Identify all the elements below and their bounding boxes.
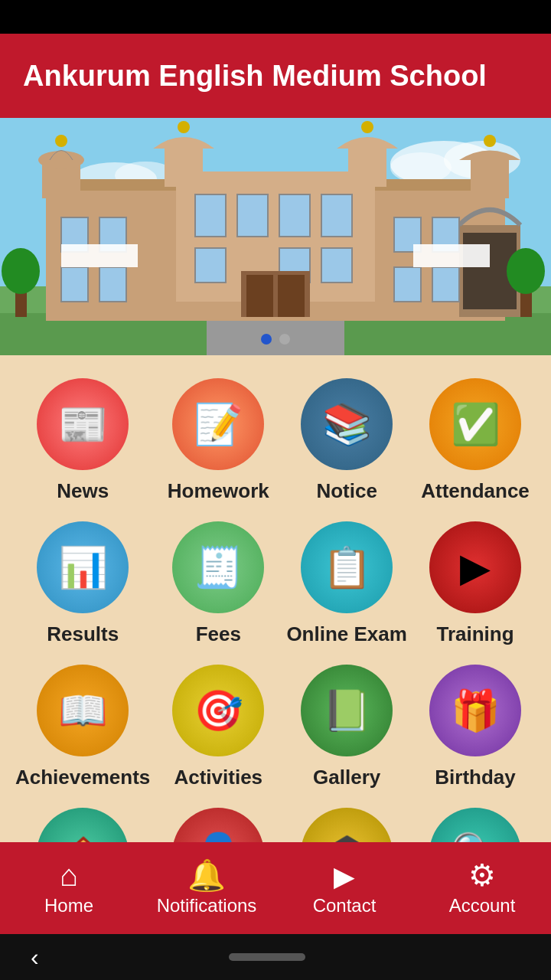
svg-point-38 xyxy=(361,121,373,133)
nav-item-notifications[interactable]: 🔔 Notifications xyxy=(138,860,276,916)
slider-dots xyxy=(261,334,290,345)
notifications-icon: 🔔 xyxy=(187,860,226,890)
svg-rect-19 xyxy=(61,267,88,302)
label-achievements: Achievements xyxy=(15,766,150,789)
svg-rect-41 xyxy=(61,244,138,267)
nav-item-contact[interactable]: ▶ Contact xyxy=(276,860,413,916)
icon-homework: 📝 xyxy=(172,378,264,470)
svg-rect-44 xyxy=(246,275,273,317)
svg-rect-27 xyxy=(321,248,352,283)
svg-point-49 xyxy=(507,248,545,294)
contact-icon: ▶ xyxy=(334,863,355,890)
icon-fees: 🧾 xyxy=(172,521,264,613)
svg-rect-31 xyxy=(432,267,459,302)
grid-item-achievements[interactable]: 📖Achievements xyxy=(15,665,150,789)
grid-item-notice[interactable]: 📚Notice xyxy=(286,378,407,503)
svg-rect-25 xyxy=(195,248,226,283)
nav-item-home[interactable]: ⌂ Home xyxy=(0,860,138,916)
label-results: Results xyxy=(47,622,119,646)
grid-item-attendance[interactable]: ✅Attendance xyxy=(415,378,536,503)
grid-item-news[interactable]: 📰News xyxy=(15,378,150,503)
grid-item-online-exam[interactable]: 📋Online Exam xyxy=(286,521,407,646)
account-icon: ⚙ xyxy=(468,860,496,890)
svg-point-40 xyxy=(484,135,496,147)
app-title: Ankurum English Medium School xyxy=(23,60,487,93)
icon-results: 📊 xyxy=(37,521,129,613)
status-bar xyxy=(0,0,551,34)
grid-item-activities[interactable]: 🎯Activities xyxy=(158,665,279,789)
svg-rect-37 xyxy=(348,149,386,187)
icon-gallery: 📗 xyxy=(301,665,393,756)
svg-rect-23 xyxy=(279,194,310,237)
label-activities: Activities xyxy=(174,766,262,789)
icon-notice: 📚 xyxy=(301,378,393,470)
icon-online-exam: 📋 xyxy=(301,521,393,613)
label-fees: Fees xyxy=(196,622,241,646)
nav-label-notifications: Notifications xyxy=(157,895,257,916)
svg-point-3 xyxy=(390,152,452,183)
svg-rect-20 xyxy=(99,267,126,302)
grid-item-birthday[interactable]: 🎁Birthday xyxy=(415,665,536,789)
label-birthday: Birthday xyxy=(435,766,515,789)
label-homework: Homework xyxy=(168,479,269,503)
label-attendance: Attendance xyxy=(421,479,530,503)
slider-dot-1[interactable] xyxy=(261,334,272,345)
svg-rect-45 xyxy=(278,275,305,317)
app-header: Ankurum English Medium School xyxy=(0,34,551,118)
grid-item-gallery[interactable]: 📗Gallery xyxy=(286,665,407,789)
grid-item-fees[interactable]: 🧾Fees xyxy=(158,521,279,646)
slider-dot-2[interactable] xyxy=(279,334,290,345)
grid-item-results[interactable]: 📊Results xyxy=(15,521,150,646)
svg-rect-24 xyxy=(321,194,352,237)
building-illustration xyxy=(0,118,551,355)
svg-point-34 xyxy=(55,135,67,147)
nav-item-account[interactable]: ⚙ Account xyxy=(413,860,551,916)
svg-point-36 xyxy=(178,121,190,133)
icon-news: 📰 xyxy=(37,378,129,470)
label-training: Training xyxy=(436,622,514,646)
icon-achievements: 📖 xyxy=(37,665,129,756)
svg-rect-30 xyxy=(394,267,421,302)
svg-rect-21 xyxy=(195,194,226,237)
icon-activities: 🎯 xyxy=(172,665,264,756)
svg-rect-42 xyxy=(413,244,490,267)
nav-label-home: Home xyxy=(44,895,93,916)
svg-point-47 xyxy=(2,248,40,294)
svg-rect-39 xyxy=(471,160,509,198)
icon-training: ▶ xyxy=(429,521,521,613)
label-news: News xyxy=(57,479,109,503)
svg-rect-35 xyxy=(165,149,203,187)
home-pill[interactable] xyxy=(229,953,305,961)
label-gallery: Gallery xyxy=(313,766,380,789)
nav-label-contact: Contact xyxy=(313,895,377,916)
grid-item-training[interactable]: ▶Training xyxy=(415,521,536,646)
grid-item-homework[interactable]: 📝Homework xyxy=(158,378,279,503)
school-banner xyxy=(0,118,551,355)
nav-label-account: Account xyxy=(449,895,516,916)
system-bar: ‹ xyxy=(0,934,551,980)
icon-attendance: ✅ xyxy=(429,378,521,470)
back-button[interactable]: ‹ xyxy=(31,943,39,972)
label-notice: Notice xyxy=(316,479,377,503)
bottom-nav: ⌂ Home 🔔 Notifications ▶ Contact ⚙ Accou… xyxy=(0,842,551,934)
home-icon: ⌂ xyxy=(60,860,78,890)
icon-birthday: 🎁 xyxy=(429,665,521,756)
svg-rect-22 xyxy=(237,194,268,237)
label-online-exam: Online Exam xyxy=(286,622,407,646)
